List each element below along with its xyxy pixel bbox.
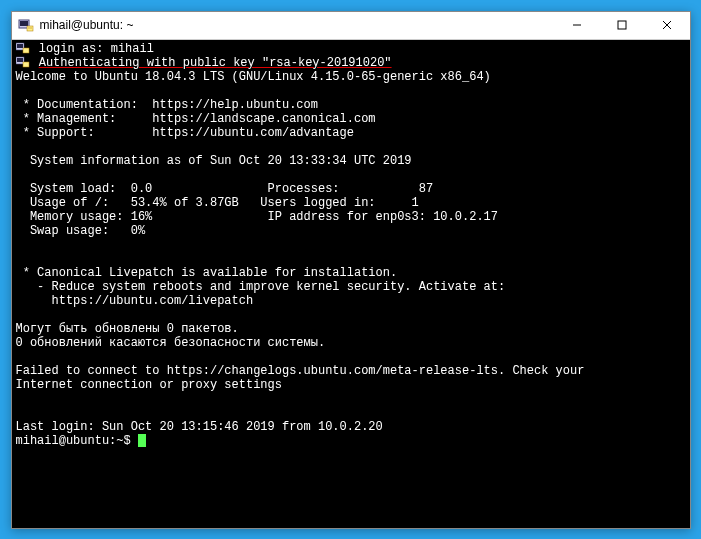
sysinfo-usage: Usage of /: 53.4% of 3.87GB Users logged… xyxy=(16,196,419,210)
sysinfo-load: System load: 0.0 Processes: 87 xyxy=(16,182,434,196)
updates-line2: 0 обновлений касаются безопасности систе… xyxy=(16,336,326,350)
doc-url: https://help.ubuntu.com xyxy=(152,98,318,112)
mgmt-label: * Management: xyxy=(16,112,153,126)
putty-icon xyxy=(18,17,34,33)
svg-rect-13 xyxy=(23,62,29,67)
auth-line: Authenticating with public key "rsa-key-… xyxy=(39,56,392,70)
svg-rect-2 xyxy=(27,26,33,31)
fail-line1: Failed to connect to https://changelogs.… xyxy=(16,364,585,378)
livepatch-line1: * Canonical Livepatch is available for i… xyxy=(16,266,398,280)
window-title: mihail@ubuntu: ~ xyxy=(40,18,555,32)
sysinfo-header: System information as of Sun Oct 20 13:3… xyxy=(16,154,412,168)
livepatch-url: https://ubuntu.com/livepatch xyxy=(16,294,254,308)
putty-prompt-icon xyxy=(16,56,32,68)
sysinfo-memory: Memory usage: 16% IP address for enp0s3:… xyxy=(16,210,498,224)
maximize-button[interactable] xyxy=(600,12,645,39)
svg-rect-10 xyxy=(23,48,29,53)
minimize-button[interactable] xyxy=(555,12,600,39)
shell-prompt: mihail@ubuntu:~$ xyxy=(16,434,138,448)
livepatch-line2: - Reduce system reboots and improve kern… xyxy=(16,280,506,294)
support-url: https://ubuntu.com/advantage xyxy=(152,126,354,140)
window-controls xyxy=(555,12,690,39)
close-button[interactable] xyxy=(645,12,690,39)
mgmt-url: https://landscape.canonical.com xyxy=(152,112,375,126)
putty-window: mihail@ubuntu: ~ login as: mihail Authen… xyxy=(11,11,691,529)
welcome-line: Welcome to Ubuntu 18.04.3 LTS (GNU/Linux… xyxy=(16,70,491,84)
doc-label: * Documentation: xyxy=(16,98,153,112)
updates-line1: Могут быть обновлены 0 пакетов. xyxy=(16,322,239,336)
last-login-line: Last login: Sun Oct 20 13:15:46 2019 fro… xyxy=(16,420,383,434)
support-label: * Support: xyxy=(16,126,153,140)
sysinfo-swap: Swap usage: 0% xyxy=(16,224,146,238)
titlebar[interactable]: mihail@ubuntu: ~ xyxy=(12,12,690,40)
fail-line2: Internet connection or proxy settings xyxy=(16,378,282,392)
svg-rect-5 xyxy=(618,21,626,29)
putty-prompt-icon xyxy=(16,42,32,54)
terminal-output[interactable]: login as: mihail Authenticating with pub… xyxy=(12,40,690,528)
login-prompt-text: login as: xyxy=(39,42,111,56)
svg-rect-12 xyxy=(17,58,23,62)
svg-rect-1 xyxy=(20,21,28,26)
svg-rect-9 xyxy=(17,44,23,48)
cursor xyxy=(138,434,146,447)
login-username: mihail xyxy=(111,42,154,56)
